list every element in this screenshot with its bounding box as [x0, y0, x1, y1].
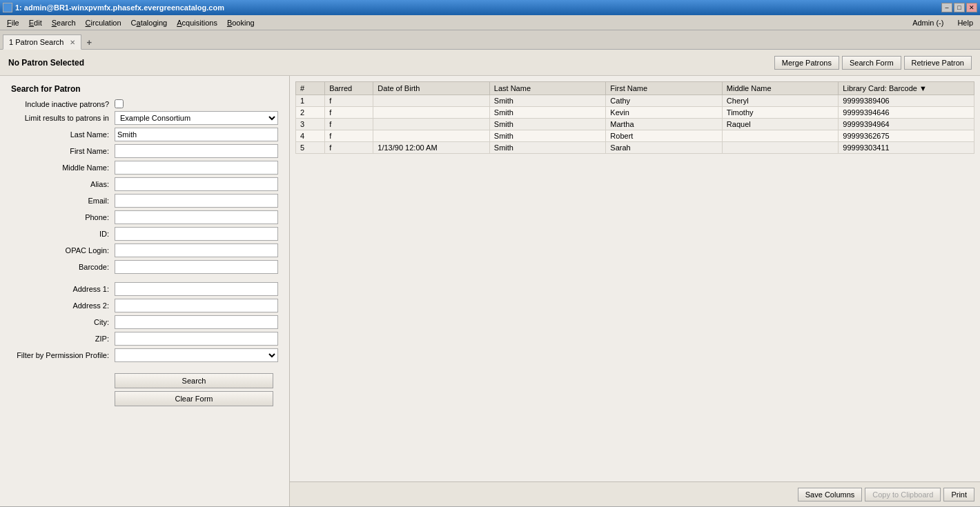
search-form-button[interactable]: Search Form: [842, 56, 901, 70]
opac-login-label: OPAC Login:: [11, 246, 115, 255]
cell-barred: f: [325, 119, 373, 130]
table-header-row: # Barred Date of Birth Last Name First N…: [296, 82, 974, 95]
table-row[interactable]: 5 f 1/13/90 12:00 AM Smith Sarah 9999930…: [296, 142, 974, 154]
menu-search-label: Search: [52, 19, 76, 27]
menu-search[interactable]: Search: [48, 17, 80, 28]
menu-acquisitions[interactable]: Acquisitions: [173, 17, 222, 28]
cell-last: Smith: [489, 119, 606, 130]
perm-profile-select[interactable]: [115, 348, 278, 362]
col-header-first[interactable]: First Name: [606, 82, 723, 95]
inactive-patrons-checkbox[interactable]: [115, 99, 124, 108]
clear-form-button[interactable]: Clear Form: [115, 391, 273, 406]
menu-circulation[interactable]: Circulation: [81, 17, 126, 28]
perm-profile-label: Filter by Permission Profile:: [11, 351, 115, 359]
id-input[interactable]: [115, 227, 278, 241]
city-row: City:: [11, 315, 278, 329]
barcode-input[interactable]: [115, 260, 278, 274]
middle-name-input[interactable]: [115, 161, 278, 175]
email-input[interactable]: [115, 194, 278, 208]
middle-name-row: Middle Name:: [11, 161, 278, 175]
cell-first: Martha: [606, 119, 723, 130]
menu-circulation-label: Circulation: [86, 19, 121, 27]
close-button[interactable]: ✕: [966, 3, 977, 12]
alias-input[interactable]: [115, 177, 278, 191]
menu-cataloging[interactable]: Cataloging: [127, 17, 172, 28]
maximize-button[interactable]: □: [954, 3, 965, 12]
zip-input[interactable]: [115, 332, 278, 346]
col-header-barred[interactable]: Barred: [325, 82, 373, 95]
copy-clipboard-button[interactable]: Copy to Clipboard: [865, 488, 941, 501]
barcode-label: Barcode:: [11, 263, 115, 271]
retrieve-patron-button[interactable]: Retrieve Patron: [904, 56, 972, 70]
cell-barred: f: [325, 107, 373, 119]
cell-first: Cathy: [606, 95, 723, 107]
address2-input[interactable]: [115, 299, 278, 312]
table-row[interactable]: 1 f Smith Cathy Cheryl 99999389406: [296, 95, 974, 107]
cell-num: 5: [296, 142, 325, 154]
menu-bar-right: Admin (-) Help: [908, 17, 977, 28]
col-header-num[interactable]: #: [296, 82, 325, 95]
results-table: # Barred Date of Birth Last Name First N…: [295, 81, 974, 154]
table-row[interactable]: 4 f Smith Robert 99999362675: [296, 130, 974, 142]
limit-results-row: Limit results to patrons in Example Cons…: [11, 111, 278, 125]
barcode-row: Barcode:: [11, 260, 278, 274]
col-header-barcode[interactable]: Library Card: Barcode ▼: [839, 82, 974, 95]
cell-num: 3: [296, 119, 325, 130]
content-area: Search for Patron Include inactive patro…: [0, 76, 980, 506]
cell-middle: Raquel: [722, 119, 839, 130]
limit-results-select[interactable]: Example Consortium: [115, 111, 278, 125]
first-name-input[interactable]: [115, 144, 278, 158]
inactive-patrons-label: Include inactive patrons?: [11, 100, 115, 108]
table-row[interactable]: 2 f Smith Kevin Timothy 99999394646: [296, 107, 974, 119]
col-header-dob[interactable]: Date of Birth: [373, 82, 490, 95]
merge-patrons-button[interactable]: Merge Patrons: [774, 56, 839, 70]
cell-num: 1: [296, 95, 325, 107]
col-header-last[interactable]: Last Name: [489, 82, 606, 95]
cell-barred: f: [325, 95, 373, 107]
cell-last: Smith: [489, 95, 606, 107]
last-name-input[interactable]: [115, 128, 278, 141]
address2-row: Address 2:: [11, 299, 278, 312]
col-header-middle[interactable]: Middle Name: [722, 82, 839, 95]
tab-patron-search[interactable]: 1 Patron Search ✕: [3, 34, 81, 50]
save-columns-button[interactable]: Save Columns: [798, 488, 863, 501]
menu-file-label: File: [7, 19, 19, 27]
email-label: Email:: [11, 197, 115, 205]
menu-file[interactable]: File: [3, 17, 23, 28]
limit-results-label: Limit results to patrons in: [11, 114, 115, 122]
print-button[interactable]: Print: [943, 488, 974, 501]
tab-add-button[interactable]: +: [83, 36, 97, 49]
menu-admin[interactable]: Admin (-): [908, 17, 948, 28]
info-bar-buttons: Merge Patrons Search Form Retrieve Patro…: [774, 56, 972, 70]
address1-input[interactable]: [115, 282, 278, 296]
opac-login-input[interactable]: [115, 243, 278, 257]
cell-first: Robert: [606, 130, 723, 142]
cell-dob: [373, 130, 490, 142]
menu-cataloging-label: Cataloging: [131, 19, 168, 27]
window-title: 1: admin@BR1-winxpvmfx.phasefx.evergreen…: [15, 3, 224, 12]
window-controls: – □ ✕: [941, 3, 977, 12]
app-icon: [3, 3, 12, 12]
email-row: Email:: [11, 194, 278, 208]
phone-input[interactable]: [115, 210, 278, 224]
menu-edit[interactable]: Edit: [25, 17, 46, 28]
results-tbody: 1 f Smith Cathy Cheryl 99999389406 2 f S…: [296, 95, 974, 154]
cell-dob: 1/13/90 12:00 AM: [373, 142, 490, 154]
no-patron-label: No Patron Selected: [8, 58, 84, 68]
menu-booking[interactable]: Booking: [223, 17, 259, 28]
opac-login-row: OPAC Login:: [11, 243, 278, 257]
results-panel: # Barred Date of Birth Last Name First N…: [290, 76, 980, 506]
menu-bar: File Edit Search Circulation Cataloging …: [0, 15, 980, 30]
address1-row: Address 1:: [11, 282, 278, 296]
minimize-button[interactable]: –: [941, 3, 952, 12]
cell-first: Sarah: [606, 142, 723, 154]
table-row[interactable]: 3 f Smith Martha Raquel 99999394964: [296, 119, 974, 130]
main-area: No Patron Selected Merge Patrons Search …: [0, 50, 980, 506]
city-input[interactable]: [115, 315, 278, 329]
tab-close-icon[interactable]: ✕: [70, 39, 75, 46]
form-buttons: Search Clear Form: [11, 373, 278, 406]
inactive-patrons-row: Include inactive patrons?: [11, 99, 278, 108]
menu-help[interactable]: Help: [953, 17, 977, 28]
search-button[interactable]: Search: [115, 373, 273, 388]
perm-profile-row: Filter by Permission Profile:: [11, 348, 278, 362]
